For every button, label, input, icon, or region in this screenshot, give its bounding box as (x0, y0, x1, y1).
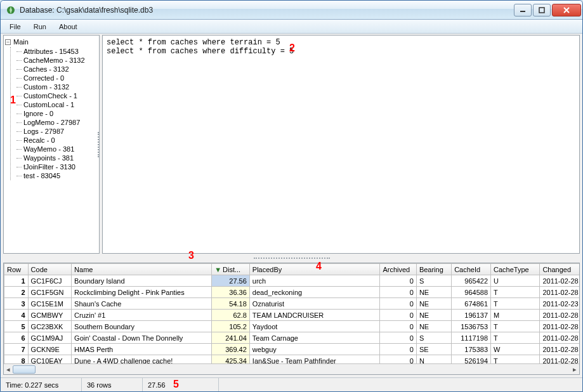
cell[interactable]: 0 (380, 310, 416, 321)
cell[interactable]: 0 (380, 287, 416, 298)
cell[interactable]: 2011-02-23 (540, 298, 579, 310)
col-name[interactable]: Name (72, 264, 212, 275)
cell[interactable]: 1536753 (452, 321, 491, 332)
cell[interactable]: HMAS Perth (72, 344, 212, 355)
cell[interactable]: 2011-02-28 (540, 287, 579, 298)
col-dist[interactable]: ▼Dist... (212, 264, 250, 275)
cell[interactable]: 2 (4, 287, 29, 298)
table-row[interactable]: 5GC23BXKSouthern Boundary105.2Yaydoot0NE… (4, 321, 580, 332)
cell[interactable]: 3 (4, 298, 29, 310)
table-row[interactable]: 3GC15E1MShaun's Cache54.18Oznaturist0NE6… (4, 298, 580, 310)
tree-item[interactable]: CacheMemo - 3132 (17, 56, 98, 65)
close-button[interactable] (552, 4, 581, 16)
cell[interactable]: GC1F5GN (28, 287, 72, 298)
cell[interactable]: T (491, 287, 540, 298)
col-placedby[interactable]: PlacedBy (249, 264, 380, 275)
cell[interactable]: 0 (380, 344, 416, 355)
col-archived[interactable]: Archived (380, 264, 416, 275)
cell[interactable]: 27.56 (212, 275, 250, 287)
cell[interactable]: 1 (4, 275, 29, 287)
cell[interactable]: U (491, 275, 540, 287)
scroll-left-icon[interactable]: ◂ (4, 365, 13, 374)
cell[interactable]: 0 (380, 332, 416, 344)
tree-item[interactable]: Corrected - 0 (17, 74, 98, 82)
cell[interactable]: 8 (4, 355, 29, 364)
tree-pane[interactable]: − Main Attributes - 15453CacheMemo - 313… (3, 35, 100, 254)
tree-item[interactable]: Waypoints - 381 (17, 154, 98, 162)
cell[interactable]: TEAM LANDCRUISER (249, 310, 380, 321)
sql-editor[interactable]: select * from caches where terrain = 5 s… (102, 35, 580, 254)
tree-item[interactable]: Recalc - 0 (17, 136, 98, 145)
tree-item[interactable]: Custom - 3132 (17, 82, 98, 91)
cell[interactable]: 2011-02-28 (540, 321, 579, 332)
table-row[interactable]: 1GC1F6CJBoundary Island27.56urch0S965422… (4, 275, 580, 287)
collapse-icon[interactable]: − (5, 39, 11, 45)
cell[interactable]: S (416, 275, 451, 287)
cell[interactable]: GC15E1M (28, 298, 72, 310)
cell[interactable]: 175383 (452, 344, 491, 355)
cell[interactable]: N (416, 355, 451, 364)
cell[interactable]: T (491, 355, 540, 364)
tree-item[interactable]: Attributes - 15453 (17, 47, 98, 56)
cell[interactable]: Ian&Sue - Team Pathfinder (249, 355, 380, 364)
cell[interactable]: NE (416, 321, 451, 332)
cell[interactable]: Shaun's Cache (72, 298, 212, 310)
maximize-button[interactable] (533, 4, 551, 16)
horizontal-splitter[interactable] (3, 256, 580, 260)
cell[interactable]: T (491, 332, 540, 344)
cell[interactable]: 36.36 (212, 287, 250, 298)
cell[interactable]: 6 (4, 332, 29, 344)
cell[interactable]: SE (416, 344, 451, 355)
tree-item[interactable]: WayMemo - 381 (17, 145, 98, 154)
tree-item[interactable]: test - 83045 (17, 171, 98, 180)
cell[interactable]: 1117198 (452, 332, 491, 344)
table-row[interactable]: 2GC1F5GNRockclimbing Delight - Pink Pant… (4, 287, 580, 298)
table-row[interactable]: 4GCMBWYCruzin' #162.8TEAM LANDCRUISER0NE… (4, 310, 580, 321)
cell[interactable]: GCKN9E (28, 344, 72, 355)
cell[interactable]: T (491, 298, 540, 310)
scroll-right-icon[interactable]: ▸ (570, 365, 579, 374)
cell[interactable]: 196137 (452, 310, 491, 321)
tree-item[interactable]: Logs - 27987 (17, 127, 98, 136)
cell[interactable]: 7 (4, 344, 29, 355)
cell[interactable]: Goin' Coastal - Down The Donnelly (72, 332, 212, 344)
cell[interactable]: dead_reckoning (249, 287, 380, 298)
cell[interactable]: webguy (249, 344, 380, 355)
cell[interactable]: 0 (380, 321, 416, 332)
cell[interactable]: 241.04 (212, 332, 250, 344)
cell[interactable]: Boundary Island (72, 275, 212, 287)
grid-scroll[interactable]: Row Code Name ▼Dist... PlacedBy Archived… (4, 263, 579, 363)
cell[interactable]: 2011-02-28 (540, 344, 579, 355)
tree-item[interactable]: CustomCheck - 1 (17, 91, 98, 100)
cell[interactable]: 965422 (452, 275, 491, 287)
cell[interactable]: 425.34 (212, 355, 250, 364)
cell[interactable]: 2011-02-28 (540, 332, 579, 344)
cell[interactable]: 62.8 (212, 310, 250, 321)
table-row[interactable]: 6GC1M9AJGoin' Coastal - Down The Donnell… (4, 332, 580, 344)
cell[interactable]: 2011-02-28 (540, 310, 579, 321)
cell[interactable]: 0 (380, 298, 416, 310)
vertical-splitter[interactable] (96, 132, 100, 157)
minimize-button[interactable] (514, 4, 532, 16)
titlebar[interactable]: Database: C:\gsak\data\fresh\sqlite.db3 (1, 1, 582, 20)
cell[interactable]: urch (249, 275, 380, 287)
cell[interactable]: M (491, 310, 540, 321)
cell[interactable]: Southern Boundary (72, 321, 212, 332)
col-cachetype[interactable]: CacheType (491, 264, 540, 275)
cell[interactable]: Yaydoot (249, 321, 380, 332)
cell[interactable]: 105.2 (212, 321, 250, 332)
col-code[interactable]: Code (28, 264, 72, 275)
cell[interactable]: 54.18 (212, 298, 250, 310)
tree-item[interactable]: CustomLocal - 1 (17, 100, 98, 109)
col-row[interactable]: Row (4, 264, 29, 275)
cell[interactable]: NE (416, 310, 451, 321)
tree-root[interactable]: − Main (5, 38, 98, 46)
cell[interactable]: 2011-02-28 (540, 355, 579, 364)
cell[interactable]: Rockclimbing Delight - Pink Panties (72, 287, 212, 298)
menu-run[interactable]: Run (27, 22, 53, 32)
col-bearing[interactable]: Bearing (416, 264, 451, 275)
tree-item[interactable]: LogMemo - 27987 (17, 118, 98, 127)
cell[interactable]: 964588 (452, 287, 491, 298)
menu-about[interactable]: About (53, 22, 84, 32)
cell[interactable]: 0 (380, 355, 416, 364)
